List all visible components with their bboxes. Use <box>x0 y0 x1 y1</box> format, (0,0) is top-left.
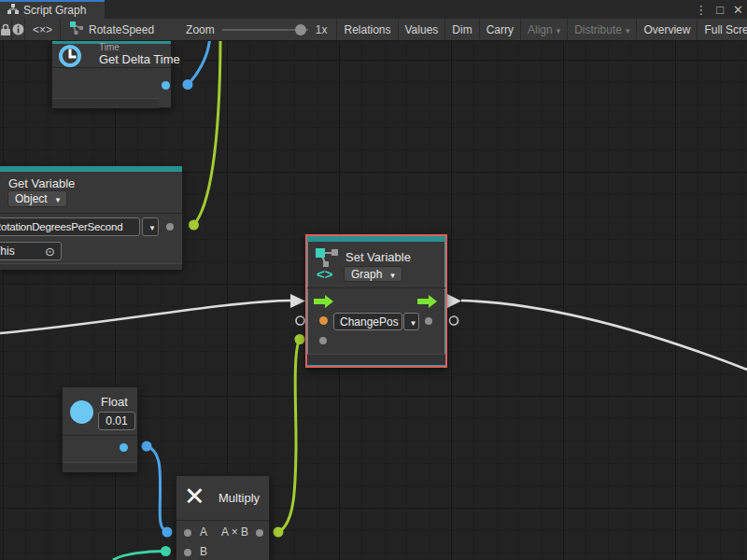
input-port-b[interactable] <box>184 549 191 556</box>
input-port-secondary[interactable] <box>319 337 327 344</box>
input-port-a[interactable] <box>184 529 191 537</box>
lock-button[interactable] <box>0 19 12 40</box>
flow-input-port[interactable] <box>313 294 335 309</box>
node-set-variable[interactable]: <> Set Variable Graph ▾ ChangePos ▾ <box>305 234 447 368</box>
float-icon <box>70 400 93 424</box>
toolbar-button-relations[interactable]: Relations <box>337 19 398 40</box>
close-icon[interactable]: ✕ <box>733 3 743 17</box>
node-title: Float <box>101 395 128 409</box>
toolbar-button-dim[interactable]: Dim <box>445 19 479 40</box>
chevron-down-icon: ▾ <box>411 318 416 328</box>
target-object-value: This <box>0 245 15 258</box>
graph-breadcrumb[interactable]: RotateSpeed <box>61 19 163 40</box>
node-footer <box>52 98 159 108</box>
menu-icon[interactable]: ⋮ <box>695 3 707 17</box>
output-port-result[interactable] <box>256 529 263 537</box>
zoom-value: 1x <box>316 23 328 36</box>
variable-name-value: RotationDegreesPerSecond <box>0 221 122 232</box>
node-header-strip <box>0 166 182 172</box>
variable-name-field[interactable]: RotationDegreesPerSecond <box>0 217 140 236</box>
input-port-value[interactable] <box>319 316 328 325</box>
chevron-down-icon: ▾ <box>390 271 395 280</box>
chevron-down-icon: ▾ <box>557 26 561 35</box>
tab-script-graph[interactable]: Script Graph <box>0 0 105 19</box>
title-bar: Script Graph ⋮ □ ✕ <box>0 0 747 19</box>
node-title: Get Variable <box>8 176 75 190</box>
output-port-float[interactable] <box>120 443 128 452</box>
flow-output-port[interactable] <box>416 294 439 309</box>
node-title: Set Variable <box>345 250 411 264</box>
zoom-slider-knob[interactable] <box>295 24 306 35</box>
node-get-delta-time[interactable]: Time Get Delta Time <box>51 40 172 108</box>
chevron-down-icon: ▾ <box>56 195 61 204</box>
float-value: 0.01 <box>106 414 127 427</box>
variable-name-dropdown[interactable]: ChangePos <box>333 313 402 330</box>
node-footer <box>0 263 182 270</box>
variable-kind-label: Graph <box>351 268 382 281</box>
output-port-delta-time[interactable] <box>162 81 170 90</box>
multiply-icon: ✕ <box>184 482 205 511</box>
set-variable-icon: <> <box>315 247 341 285</box>
info-button[interactable] <box>12 19 25 40</box>
node-footer <box>307 354 445 365</box>
node-title: Multiply <box>218 491 260 505</box>
variable-kind-dropdown[interactable]: Graph ▾ <box>344 266 402 282</box>
chevron-down-icon: ▾ <box>150 223 155 232</box>
chevron-down-icon: ▾ <box>626 26 630 35</box>
port-label-b: B <box>200 545 207 558</box>
lock-icon <box>0 23 11 35</box>
svg-text:<>: <> <box>317 266 333 281</box>
zoom-control: Zoom 1x <box>163 19 337 40</box>
toolbar-button-fullscreen[interactable]: Full Screen <box>698 19 747 40</box>
node-category: Time <box>99 42 120 52</box>
object-picker-icon[interactable]: ⊙ <box>45 245 55 259</box>
tab-label: Script Graph <box>23 4 86 17</box>
node-multiply[interactable]: ✕ Multiply A A × B B <box>176 475 270 560</box>
toolbar-button-values[interactable]: Values <box>399 19 446 40</box>
variable-name-value: ChangePos <box>340 315 399 329</box>
code-preview-label: <×> <box>33 23 52 36</box>
graph-node-icon <box>70 21 83 37</box>
node-footer <box>63 462 137 472</box>
toolbar-button-carry[interactable]: Carry <box>480 19 521 40</box>
target-object-field[interactable]: This ⊙ <box>0 242 62 260</box>
node-title: Get Delta Time <box>99 52 180 66</box>
node-float[interactable]: Float 0.01 <box>62 386 138 471</box>
variable-name-dropdown-button[interactable]: ▾ <box>142 217 159 236</box>
output-port-variable-value[interactable] <box>166 223 174 231</box>
graph-tab-icon <box>7 4 19 17</box>
graph-toolbar: <×> RotateSpeed Zoom 1x Relations Values… <box>0 19 747 41</box>
maximize-icon[interactable]: □ <box>716 3 724 17</box>
toolbar-button-distribute[interactable]: Distribute ▾ <box>568 19 637 40</box>
variable-kind-dropdown[interactable]: Object ▾ <box>7 190 67 207</box>
code-preview-button[interactable]: <×> <box>25 19 61 40</box>
variable-name-dropdown-button[interactable]: ▾ <box>403 313 419 330</box>
node-get-variable[interactable]: Get Variable Object ▾ RotationDegreesPer… <box>0 165 183 269</box>
info-icon <box>12 23 24 35</box>
script-graph-window: Time Get Delta Time Get Variable Object … <box>0 0 747 560</box>
variable-kind-label: Object <box>15 192 48 205</box>
output-port-value[interactable] <box>425 317 432 325</box>
graph-name-label: RotateSpeed <box>89 23 154 36</box>
toolbar-button-overview[interactable]: Overview <box>637 19 698 40</box>
float-value-field[interactable]: 0.01 <box>98 412 135 430</box>
node-header-strip <box>307 236 445 242</box>
port-label-result: A × B <box>221 525 248 539</box>
zoom-slider[interactable] <box>222 29 308 31</box>
toolbar-button-align[interactable]: Align ▾ <box>521 19 568 40</box>
port-label-a: A <box>200 525 207 539</box>
zoom-label: Zoom <box>186 23 215 36</box>
